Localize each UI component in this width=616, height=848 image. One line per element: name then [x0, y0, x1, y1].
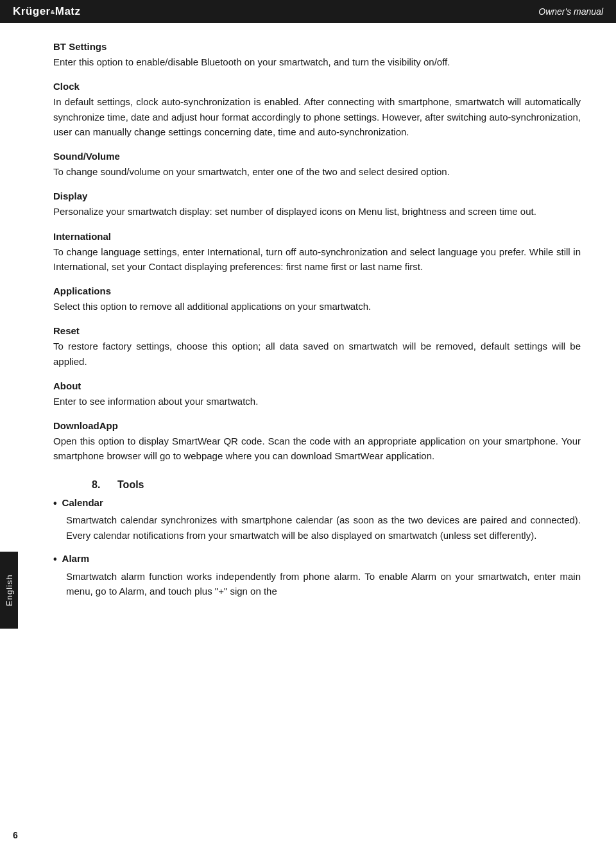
international-title: International	[53, 231, 581, 242]
page-header: Krüger&Matz Owner's manual	[0, 0, 616, 23]
section-international: International To change language setting…	[53, 231, 581, 275]
brand-logo: Krüger&Matz	[13, 5, 81, 18]
downloadapp-title: DownloadApp	[53, 420, 581, 431]
main-content: BT Settings Enter this option to enable/…	[18, 23, 616, 627]
international-body: To change language settings, enter Inter…	[53, 244, 581, 275]
downloadapp-body: Open this option to display SmartWear QR…	[53, 434, 581, 464]
applications-title: Applications	[53, 285, 581, 296]
display-body: Personalize your smartwatch display: set…	[53, 204, 581, 219]
alarm-title: Alarm	[62, 553, 90, 564]
sound-volume-title: Sound/Volume	[53, 151, 581, 162]
chapter-title: Tools	[117, 479, 144, 490]
calendar-title: Calendar	[62, 497, 103, 508]
page-number: 6	[13, 830, 18, 840]
alarm-title-row: • Alarm	[53, 553, 581, 566]
manual-title: Owner's manual	[538, 6, 603, 17]
calendar-body: Smartwatch calendar synchronizes with sm…	[53, 513, 581, 543]
bullet-calendar: • Calendar Smartwatch calendar synchroni…	[53, 497, 581, 543]
clock-body: In default settings, clock auto-synchron…	[53, 94, 581, 139]
section-downloadapp: DownloadApp Open this option to display …	[53, 420, 581, 464]
bullet-dot-alarm: •	[53, 553, 57, 566]
section-display: Display Personalize your smartwatch disp…	[53, 191, 581, 219]
page-footer: 6	[13, 830, 18, 840]
reset-body: To restore factory settings, choose this…	[53, 339, 581, 369]
chapter-heading: 8. Tools	[92, 479, 581, 491]
reset-title: Reset	[53, 325, 581, 336]
bt-settings-title: BT Settings	[53, 41, 581, 52]
about-body: Enter to see information about your smar…	[53, 394, 581, 409]
section-applications: Applications Select this option to remov…	[53, 285, 581, 314]
section-bt-settings: BT Settings Enter this option to enable/…	[53, 41, 581, 69]
chapter-number: 8.	[92, 479, 100, 490]
language-label: English	[0, 552, 18, 629]
alarm-body: Smartwatch alarm function works independ…	[53, 569, 581, 599]
section-reset: Reset To restore factory settings, choos…	[53, 325, 581, 369]
applications-body: Select this option to remove all additio…	[53, 299, 581, 314]
bt-settings-body: Enter this option to enable/disable Blue…	[53, 55, 581, 69]
display-title: Display	[53, 191, 581, 201]
brand-ampersand: &	[51, 9, 55, 15]
about-title: About	[53, 380, 581, 391]
section-about: About Enter to see information about you…	[53, 380, 581, 409]
bullet-dot-calendar: •	[53, 497, 57, 511]
calendar-title-row: • Calendar	[53, 497, 581, 511]
clock-title: Clock	[53, 81, 581, 92]
section-clock: Clock In default settings, clock auto-sy…	[53, 81, 581, 139]
sound-volume-body: To change sound/volume on your smartwatc…	[53, 164, 581, 179]
bullet-alarm: • Alarm Smartwatch alarm function works …	[53, 553, 581, 598]
section-sound-volume: Sound/Volume To change sound/volume on y…	[53, 151, 581, 179]
